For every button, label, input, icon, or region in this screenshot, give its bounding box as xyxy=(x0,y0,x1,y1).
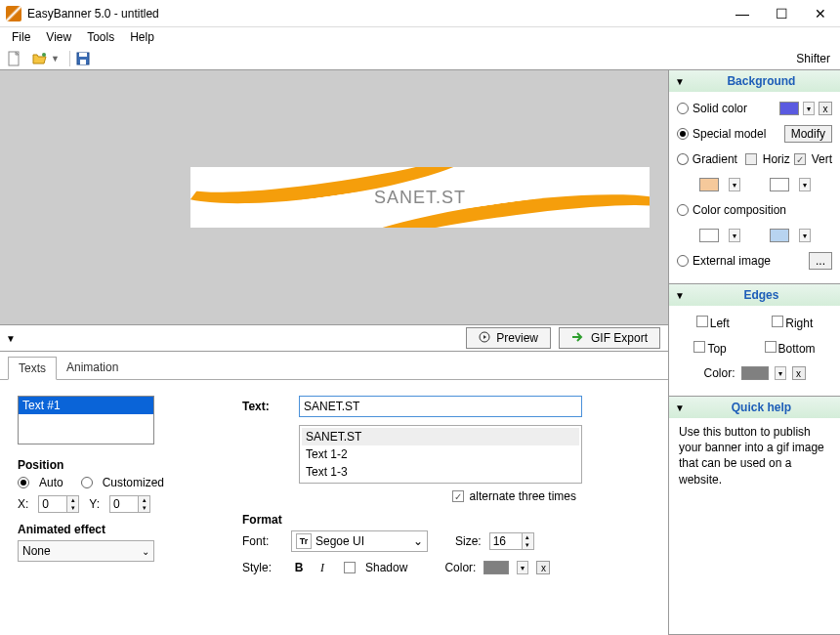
font-value: Segoe UI xyxy=(315,534,364,548)
spinner-down-icon[interactable]: ▾ xyxy=(138,504,149,512)
text-items-list[interactable]: Text #1 xyxy=(18,396,154,444)
edge-top-checkbox[interactable] xyxy=(693,341,705,353)
collapse-arrow-icon[interactable]: ▼ xyxy=(675,290,685,301)
background-header[interactable]: ▼ Background xyxy=(669,70,840,92)
window-title: EasyBanner 5.0 - untitled xyxy=(27,7,723,21)
comp-color1-swatch[interactable] xyxy=(699,229,719,242)
gradient-color1-dropdown[interactable]: ▾ xyxy=(729,178,740,191)
solid-color-radio[interactable] xyxy=(677,103,689,114)
edge-bottom-checkbox[interactable] xyxy=(765,341,777,353)
banner-preview[interactable]: SANET.ST xyxy=(190,167,650,228)
gradient-color2-swatch[interactable] xyxy=(770,178,789,191)
spinner-up-icon[interactable]: ▴ xyxy=(522,533,533,541)
solid-color-swatch[interactable] xyxy=(779,102,799,115)
open-folder-icon[interactable] xyxy=(31,50,49,67)
text-field-label: Text: xyxy=(242,400,291,413)
menu-bar: File View Tools Help xyxy=(0,27,840,47)
external-image-label: External image xyxy=(693,254,805,268)
position-label: Position xyxy=(18,458,213,472)
edge-color-swatch[interactable] xyxy=(741,366,769,380)
font-select[interactable]: Tr Segoe UI ⌄ xyxy=(291,530,428,552)
x-input[interactable]: 0▴▾ xyxy=(38,495,79,513)
comp-color1-dropdown[interactable]: ▾ xyxy=(729,229,740,242)
app-icon xyxy=(6,6,21,21)
menu-tools[interactable]: Tools xyxy=(79,28,122,46)
edge-top-label: Top xyxy=(707,342,726,356)
spinner-down-icon[interactable]: ▾ xyxy=(522,541,533,549)
external-image-radio[interactable] xyxy=(677,255,689,267)
comp-color2-dropdown[interactable]: ▾ xyxy=(799,229,811,242)
export-arrow-icon xyxy=(571,331,585,346)
vert-label: Vert xyxy=(812,152,832,166)
y-input[interactable]: 0▴▾ xyxy=(109,495,150,513)
list-item[interactable]: Text 1-3 xyxy=(302,463,579,481)
italic-button[interactable]: I xyxy=(315,560,330,575)
tab-animation[interactable]: Animation xyxy=(57,357,128,378)
maximize-button[interactable]: ☐ xyxy=(762,0,801,26)
position-custom-label: Customized xyxy=(103,476,164,489)
edges-header[interactable]: ▼ Edges xyxy=(669,284,840,306)
size-input[interactable]: 16▴▾ xyxy=(489,532,534,550)
text-color-swatch[interactable] xyxy=(483,561,509,574)
gradient-radio[interactable] xyxy=(677,153,689,165)
collapse-arrow-icon[interactable]: ▼ xyxy=(675,402,685,413)
close-button[interactable]: ✕ xyxy=(801,0,840,26)
list-item[interactable]: SANET.ST xyxy=(302,428,579,445)
svg-rect-4 xyxy=(80,60,86,64)
solid-color-clear[interactable]: x xyxy=(819,102,832,115)
gradient-color1-swatch[interactable] xyxy=(699,178,719,191)
banner-text: SANET.ST xyxy=(374,188,466,208)
toolbar: ▼ Shifter xyxy=(0,47,840,70)
text-color-dropdown[interactable]: ▾ xyxy=(517,561,528,574)
special-model-radio[interactable] xyxy=(677,128,689,140)
size-label: Size: xyxy=(455,534,482,548)
minimize-button[interactable]: — xyxy=(723,0,762,26)
comp-color2-swatch[interactable] xyxy=(770,229,789,242)
quickhelp-section: ▼ Quick help Use this button to publish … xyxy=(669,397,840,635)
edges-section: ▼ Edges Left Right Top Bottom Color: ▾ x xyxy=(669,284,840,397)
preview-label: Preview xyxy=(496,331,538,345)
edge-left-checkbox[interactable] xyxy=(696,316,708,327)
edge-left-label: Left xyxy=(710,317,730,330)
alternate-checkbox[interactable] xyxy=(452,490,464,502)
vert-checkbox[interactable] xyxy=(794,153,806,165)
quickhelp-header[interactable]: ▼ Quick help xyxy=(669,397,840,418)
menu-view[interactable]: View xyxy=(38,28,79,46)
browse-button[interactable]: ... xyxy=(809,252,832,270)
text-suggestions-list[interactable]: SANET.ST Text 1-2 Text 1-3 xyxy=(299,425,582,484)
spinner-up-icon[interactable]: ▴ xyxy=(66,496,78,504)
collapse-arrow-icon[interactable]: ▼ xyxy=(0,333,21,344)
list-item[interactable]: Text #1 xyxy=(19,397,153,414)
composition-radio[interactable] xyxy=(677,204,689,216)
animated-effect-select[interactable]: None ⌄ xyxy=(18,540,154,562)
edge-color-dropdown[interactable]: ▾ xyxy=(775,366,786,380)
position-custom-radio[interactable] xyxy=(81,477,93,488)
shadow-checkbox[interactable] xyxy=(344,562,356,573)
edge-color-clear[interactable]: x xyxy=(792,366,806,380)
shifter-label[interactable]: Shifter xyxy=(796,52,830,65)
menu-file[interactable]: File xyxy=(4,28,38,46)
play-icon xyxy=(479,331,490,346)
spinner-up-icon[interactable]: ▴ xyxy=(138,496,149,504)
gif-export-button[interactable]: GIF Export xyxy=(559,327,660,349)
modify-button[interactable]: Modify xyxy=(784,125,832,143)
solid-color-label: Solid color xyxy=(693,102,776,115)
tab-texts[interactable]: Texts xyxy=(8,357,57,380)
edge-right-checkbox[interactable] xyxy=(772,316,783,327)
position-auto-radio[interactable] xyxy=(18,477,29,488)
bold-button[interactable]: B xyxy=(291,560,307,575)
new-file-icon[interactable] xyxy=(6,50,23,67)
spinner-down-icon[interactable]: ▾ xyxy=(66,504,78,512)
dropdown-arrow-icon[interactable]: ▼ xyxy=(51,54,60,64)
collapse-arrow-icon[interactable]: ▼ xyxy=(675,76,685,87)
gradient-color2-dropdown[interactable]: ▾ xyxy=(799,178,811,191)
preview-button[interactable]: Preview xyxy=(466,327,551,349)
list-item[interactable]: Text 1-2 xyxy=(302,445,579,463)
horiz-checkbox[interactable] xyxy=(745,153,757,165)
solid-color-dropdown[interactable]: ▾ xyxy=(803,102,815,115)
save-icon[interactable] xyxy=(74,50,92,67)
menu-help[interactable]: Help xyxy=(122,28,162,46)
text-color-clear[interactable]: x xyxy=(536,561,550,574)
font-icon: Tr xyxy=(296,533,312,549)
text-input[interactable] xyxy=(299,396,582,417)
